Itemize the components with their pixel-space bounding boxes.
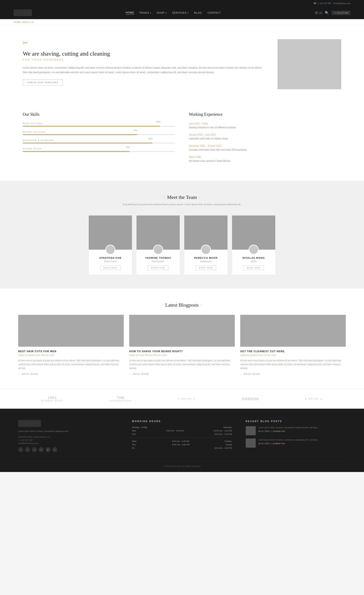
- exp-item-3: December 2005 – January 2012 company and…: [189, 145, 341, 152]
- book-button-4[interactable]: BOOK NOW: [243, 265, 264, 270]
- book-button-2[interactable]: BOOK NOW: [148, 265, 169, 270]
- skill-label-beard: BEARD SHAVING: [23, 131, 175, 133]
- hours-header: Monday – Friday Saturday:: [132, 426, 232, 428]
- footer-email: info@barbershop.com: [18, 442, 118, 444]
- team-photo-3: [184, 215, 227, 250]
- team-section: Meet the Team Erat dolming id qt quod ma…: [0, 181, 364, 288]
- social-google[interactable]: g: [32, 447, 37, 452]
- social-facebook[interactable]: f: [18, 447, 23, 452]
- team-subtitle: Erat dolming id qt quod maxim placerat f…: [18, 203, 346, 206]
- nav-link-blog[interactable]: BLOG: [194, 11, 202, 14]
- blog-author-1: Jonathan Doe: [27, 354, 40, 356]
- footer-social: f t g in ▶ p: [18, 447, 118, 452]
- footer-logo: [18, 420, 41, 427]
- skills-column: Our Skills HAIR CUTTING BEARD SHAVING CL…: [23, 112, 175, 167]
- nav-logo[interactable]: [14, 9, 32, 16]
- brands-section: 1952 BARBER SHOP THE HAIRDRESSER ✦ BRAND…: [0, 389, 364, 409]
- exp-item-2: January 2012 – June 2013 expanded world …: [189, 134, 341, 141]
- social-linkedin[interactable]: in: [39, 447, 44, 452]
- top-bar: ☎ +1 234 567 890 ✉ info@shop.com: [0, 0, 364, 6]
- about-subtitle: FOR YOUR GOODNESS: [23, 58, 264, 61]
- skill-bar-bg-other: [23, 151, 175, 152]
- team-card-4: NICKLAS MONG Stylist BOOK NOW: [232, 215, 275, 275]
- nav-link-pages[interactable]: PAGES ▾: [140, 11, 151, 14]
- book-button-1[interactable]: BOOK NOW: [100, 265, 121, 270]
- experience-heading: Working Experience: [189, 112, 341, 117]
- hours-tue: Tue: 8:00 AM – 4:00 PM: [132, 433, 232, 435]
- recent-post-img-2: [246, 439, 256, 448]
- blog-date-1: 15th Jan, 2015: [41, 354, 55, 356]
- footer-grid: Lorem ipsum dolor sit amet, consectetur …: [18, 420, 346, 452]
- hours-thu-time: 8:00 AM – 4:00 PM: [172, 444, 190, 446]
- social-twitter[interactable]: t: [25, 447, 30, 452]
- hours-thu: Thu: 8:00 AM – 4:00 PM Closed: [132, 444, 232, 446]
- brand-year-4: GORDON: [242, 397, 259, 401]
- team-grid: JONATHAN DOE Shop Owner BOOK NOW YASMINE…: [18, 215, 346, 275]
- blog-meta-1: written by Jonathan Doe 15th Jan, 2015: [18, 354, 124, 356]
- hours-mon: Mon: 8:00 AM – 4:00 PM 10:00 AM – 2:00 P…: [132, 430, 232, 432]
- team-name-1: JONATHAN DOE: [89, 256, 132, 259]
- footer-phone: +1 234 567 890: [18, 439, 118, 441]
- read-more-2[interactable]: READ MORE: [129, 373, 235, 375]
- team-title: Meet the Team: [18, 194, 346, 200]
- brand-name-5: ◈ BRAND ◈: [305, 398, 323, 400]
- cart-icon[interactable]: 🛒 (2): [315, 11, 322, 14]
- nav-link-home[interactable]: HOME: [126, 11, 134, 14]
- skill-label-other: OTHER STUFF: [23, 148, 175, 150]
- brand-logo-4: GORDON: [242, 397, 259, 401]
- footer-bottom: © 2015 BarberShop. All Rights Reserved.: [18, 461, 346, 468]
- exp-item-1: June 2013 – Today shaving company in ove…: [189, 122, 341, 129]
- exp-date-4: March 1990: [189, 156, 341, 158]
- footer-col-about: Lorem ipsum dolor sit amet, consectetur …: [18, 420, 118, 452]
- hours-thu-label: Thu:: [132, 444, 136, 446]
- recent-post-content-2: Lorem ipsum dolor sit amet, consectetur …: [258, 439, 319, 448]
- check-services-button[interactable]: CHECK OUR SERVICES: [23, 79, 63, 86]
- blog-date-3: 11th Jul, 2015: [263, 354, 276, 356]
- blog-image-3: [240, 315, 346, 347]
- book-button-3[interactable]: BOOK NOW: [196, 265, 216, 270]
- footer-posts-title: RECENT BLOG POSTS: [246, 420, 346, 423]
- blog-excerpt-1: At vero eos et accusam at justo duo dolo…: [18, 359, 124, 370]
- brand-year-1: 1952: [41, 396, 63, 400]
- exp-item-4: March 1990 first barber shop opened in S…: [189, 156, 341, 163]
- team-name-3: REBECCA MOOR: [184, 256, 227, 259]
- exp-date-1: June 2013 – Today: [189, 122, 341, 125]
- team-photo-4: [232, 215, 275, 250]
- read-more-1[interactable]: READ MORE: [18, 373, 124, 375]
- search-button[interactable]: 🔍: [325, 11, 329, 15]
- recent-post-1: Lorem ipsum dolor sit amet, consectetur …: [246, 426, 346, 435]
- team-avatar-1: [105, 245, 115, 255]
- brand-name-3: ✦ BRAND ✦: [178, 398, 196, 400]
- team-photo-2: [137, 215, 180, 250]
- social-youtube[interactable]: ▶: [46, 447, 50, 452]
- team-name-2: YASMINE THOMAS: [137, 256, 180, 259]
- recent-post-date-2: Jul 16, 2015 by Jonathan Doe: [258, 442, 319, 445]
- blog-post-title-3: GET THE CLEANEST CUT HERE: [240, 350, 346, 353]
- nav-link-contact[interactable]: CONTACT: [207, 11, 221, 14]
- skill-bar-hair: [23, 126, 160, 127]
- skill-item-cleaning: CLEANING & WASHING: [23, 139, 175, 143]
- brand-logo-3: ✦ BRAND ✦: [178, 398, 196, 400]
- nav-link-shop[interactable]: SHOP ▾: [157, 11, 167, 14]
- skill-bar-other: [23, 151, 130, 152]
- blog-post-title-2: HOW TO SHAVE YOUR BEARD RIGHT?: [129, 350, 235, 353]
- exp-desc-3: company and barber shop with more than 2…: [189, 148, 341, 152]
- recent-post-2: Lorem ipsum dolor sit amet, consectetur …: [246, 439, 346, 448]
- breadcrumb-current: ABOUT US: [22, 21, 34, 23]
- brand-logo-5: ◈ BRAND ◈: [305, 398, 323, 400]
- skill-bar-cleaning: [23, 143, 152, 143]
- read-more-3[interactable]: READ MORE: [240, 373, 346, 375]
- nav-link-services[interactable]: SERVICES ▾: [172, 11, 189, 14]
- about-left: ✂ We are shaving, cutting and cleaning F…: [23, 39, 264, 89]
- social-pinterest[interactable]: p: [52, 447, 57, 452]
- hours-sun-label: Sunday:: [225, 440, 232, 442]
- team-avatar-2: [153, 245, 163, 255]
- breadcrumb-home[interactable]: HOME: [14, 21, 21, 23]
- team-card-3: REBECCA MOOR Hairdresser BOOK NOW: [184, 215, 227, 275]
- skill-bar-beard: [23, 134, 137, 135]
- nav-right: 🛒 (2) 🔍 +1 234 567 890: [315, 11, 350, 15]
- about-section: ✂ We are shaving, cutting and cleaning F…: [0, 26, 364, 103]
- brand-year-2: THE: [110, 396, 132, 400]
- about-text: Lorem ipsum dolor sit amet, consectetur …: [23, 66, 264, 75]
- topbar-email: ✉ info@shop.com: [334, 2, 350, 5]
